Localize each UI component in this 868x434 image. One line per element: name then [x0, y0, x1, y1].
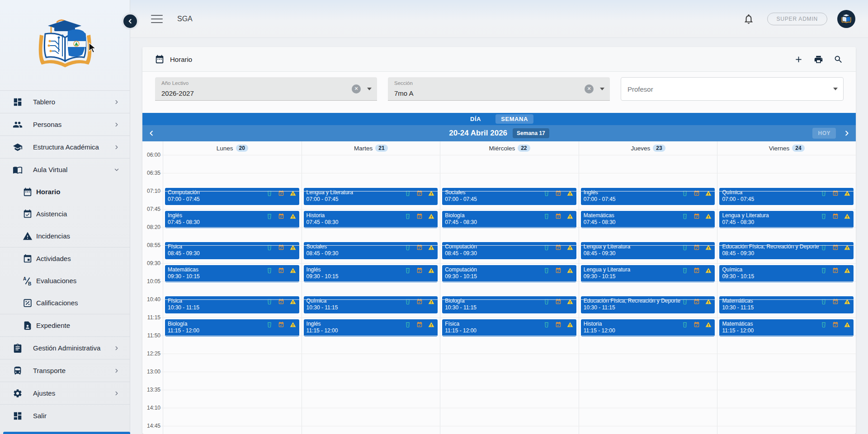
warning-icon[interactable] — [705, 322, 712, 328]
warning-icon[interactable] — [844, 213, 850, 219]
calendar-check-icon[interactable] — [555, 213, 561, 219]
event-lengua-y-literatura[interactable]: Lengua y Literatura08:45 - 09:30 — [580, 241, 716, 260]
event-ingles[interactable]: Inglés11:15 - 12:00 — [303, 318, 439, 337]
warning-icon[interactable] — [428, 213, 434, 219]
event-quimica[interactable]: Química07:00 - 07:45 — [718, 187, 854, 206]
calendar-check-icon[interactable] — [832, 267, 839, 274]
print-button[interactable] — [811, 52, 825, 66]
event-lengua-y-literatura[interactable]: Lengua y Literatura07:00 - 07:45 — [303, 187, 439, 206]
event-educacion-fisica-recreacion-y-deporte[interactable]: Educación Física, Recreación y Deporte10… — [580, 295, 716, 314]
event-biologia[interactable]: Biología10:30 - 11:15 — [441, 295, 577, 314]
sidebar-item-estructura-academica[interactable]: Estructura Académica — [0, 136, 130, 158]
event-quimica[interactable]: Química10:30 - 11:15 — [303, 295, 439, 314]
attendance-icon[interactable] — [266, 322, 273, 328]
calendar-check-icon[interactable] — [693, 267, 700, 274]
event-biologia[interactable]: Biología11:15 - 12:00 — [164, 318, 300, 337]
attendance-icon[interactable] — [405, 213, 411, 219]
event-matematicas[interactable]: Matemáticas10:30 - 11:15 — [718, 295, 854, 314]
add-button[interactable] — [792, 52, 805, 66]
attendance-icon[interactable] — [543, 322, 550, 328]
sidebar-item-personas[interactable]: Personas — [0, 113, 130, 135]
sidebar-item-incidencias[interactable]: Incidencias — [0, 225, 130, 247]
event-matematicas[interactable]: Matemáticas09:30 - 10:15 — [164, 264, 300, 283]
warning-icon[interactable] — [428, 322, 434, 328]
event-ingles[interactable]: Inglés09:30 - 10:15 — [303, 264, 439, 283]
notifications-bell-icon[interactable] — [743, 13, 755, 25]
event-computacion[interactable]: Computación07:00 - 07:45 — [164, 187, 300, 206]
sidebar-scroll-strip[interactable] — [3, 432, 130, 434]
event-sociales[interactable]: Sociales08:45 - 09:30 — [303, 241, 439, 260]
calendar-check-icon[interactable] — [693, 213, 700, 219]
calendar-check-icon[interactable] — [416, 213, 423, 219]
calendar-check-icon[interactable] — [416, 322, 423, 328]
warning-icon[interactable] — [567, 213, 573, 219]
calendar-check-icon[interactable] — [278, 322, 284, 328]
warning-icon[interactable] — [567, 322, 573, 328]
warning-icon[interactable] — [844, 267, 850, 274]
today-button[interactable]: HOY — [812, 128, 836, 139]
attendance-icon[interactable] — [266, 267, 273, 274]
warning-icon[interactable] — [290, 267, 296, 274]
sidebar-collapse-button[interactable] — [122, 13, 139, 30]
event-lengua-y-literatura[interactable]: Lengua y Literatura09:30 - 10:15 — [580, 264, 716, 283]
event-lengua-y-literatura[interactable]: Lengua y Literatura07:45 - 08:30 — [718, 210, 854, 229]
event-matematicas[interactable]: Matemáticas07:45 - 08:30 — [580, 210, 716, 229]
sidebar-item-evaluaciones[interactable]: ABEvaluaciones — [0, 270, 130, 292]
sidebar-item-gestion-administrativa[interactable]: Gestión Administrativa — [0, 337, 130, 359]
warning-icon[interactable] — [290, 213, 296, 219]
event-fisica[interactable]: Física10:30 - 11:15 — [164, 295, 300, 314]
sidebar-item-horario[interactable]: Horario — [0, 181, 130, 203]
attendance-icon[interactable] — [266, 213, 273, 219]
calendar-check-icon[interactable] — [555, 267, 561, 274]
sidebar-item-actividades[interactable]: Actividades — [0, 247, 130, 270]
calendar-check-icon[interactable] — [278, 267, 284, 274]
calendar-check-icon[interactable] — [832, 322, 839, 328]
event-ingles[interactable]: Inglés07:00 - 07:45 — [580, 187, 716, 206]
event-computacion[interactable]: Computación08:45 - 09:30 — [441, 241, 577, 260]
sidebar-item-transporte[interactable]: Transporte — [0, 359, 130, 382]
hamburger-menu-icon[interactable] — [151, 15, 163, 23]
sidebar-item-calificaciones[interactable]: Calificaciones — [0, 292, 130, 314]
warning-icon[interactable] — [705, 267, 712, 274]
event-matematicas[interactable]: Matemáticas11:15 - 12:00 — [718, 318, 854, 337]
profesor-select[interactable]: Profesor — [621, 77, 844, 101]
calendar-check-icon[interactable] — [278, 213, 284, 219]
attendance-icon[interactable] — [543, 267, 550, 274]
clear-icon[interactable]: ✕ — [585, 84, 594, 93]
next-week-button[interactable] — [838, 129, 856, 137]
sidebar-item-ajustes[interactable]: Ajustes — [0, 382, 130, 404]
event-biologia[interactable]: Biología07:45 - 08:30 — [441, 210, 577, 229]
event-historia[interactable]: Historia11:15 - 12:00 — [580, 318, 716, 337]
attendance-icon[interactable] — [821, 267, 827, 274]
clear-icon[interactable]: ✕ — [352, 84, 361, 93]
attendance-icon[interactable] — [821, 213, 827, 219]
sidebar-item-expediente[interactable]: Expediente — [0, 314, 130, 336]
attendance-icon[interactable] — [682, 322, 688, 328]
tab-dia[interactable]: DÍA — [465, 114, 486, 124]
search-button[interactable] — [831, 52, 845, 66]
attendance-icon[interactable] — [821, 322, 827, 328]
attendance-icon[interactable] — [405, 322, 411, 328]
calendar-check-icon[interactable] — [832, 213, 839, 219]
calendar-check-icon[interactable] — [555, 322, 561, 328]
warning-icon[interactable] — [290, 322, 296, 328]
attendance-icon[interactable] — [405, 267, 411, 274]
sidebar-item-salir[interactable]: Salir — [0, 405, 130, 427]
anio-lectivo-select[interactable]: Año Lectivo 2026-2027 ✕ — [155, 77, 377, 101]
warning-icon[interactable] — [844, 322, 850, 328]
event-historia[interactable]: Historia07:45 - 08:30 — [303, 210, 439, 229]
warning-icon[interactable] — [567, 267, 573, 274]
calendar-check-icon[interactable] — [693, 322, 700, 328]
sidebar-item-tablero[interactable]: Tablero — [0, 91, 130, 113]
sidebar-item-aula-virtual[interactable]: Aula Virtual — [0, 159, 130, 181]
prev-week-button[interactable] — [142, 129, 160, 137]
event-quimica[interactable]: Química09:30 - 10:15 — [718, 264, 854, 283]
warning-icon[interactable] — [705, 213, 712, 219]
warning-icon[interactable] — [428, 267, 434, 274]
attendance-icon[interactable] — [543, 213, 550, 219]
event-educacion-fisica-recreacion-y-deporte[interactable]: Educación Física, Recreación y Deporte08… — [718, 241, 854, 260]
event-ingles[interactable]: Inglés07:45 - 08:30 — [164, 210, 300, 229]
attendance-icon[interactable] — [682, 267, 688, 274]
user-avatar[interactable] — [837, 10, 855, 28]
sidebar-item-asistencia[interactable]: Asistencia — [0, 203, 130, 225]
